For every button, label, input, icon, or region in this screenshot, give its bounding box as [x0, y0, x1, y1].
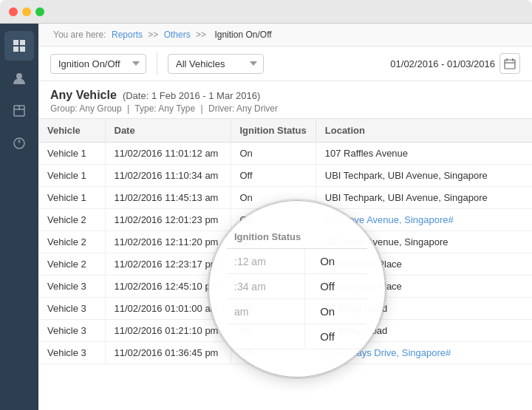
minimize-button[interactable]	[22, 7, 31, 16]
cell-date: 11/02/2016 11:45:13 am	[105, 187, 231, 209]
report-driver: Driver: Any Driver	[208, 103, 278, 114]
cell-date: 11/02/2016 12:11:20 pm	[105, 231, 231, 253]
report-type: Type: Any Type	[134, 103, 195, 114]
toolbar-divider	[157, 52, 157, 75]
col-header-date: Date	[105, 119, 231, 143]
sidebar-item-packages[interactable]	[4, 96, 34, 126]
cell-status: On	[231, 231, 316, 253]
table-body: Vehicle 111/02/2016 11:01:12 amOn107 Raf…	[38, 143, 532, 364]
dashboard-icon	[12, 38, 27, 53]
sidebar	[0, 24, 38, 410]
content-area: You are here: Reports >> Others >> Ignit…	[38, 24, 532, 410]
report-date-info: (Date: 1 Feb 2016 - 1 Mar 2016)	[120, 90, 260, 101]
report-type-select[interactable]: Ignition On/Off	[50, 54, 146, 74]
calendar-icon	[504, 58, 516, 69]
table-container: Vehicle Date Ignition Status Location Ve…	[38, 119, 532, 410]
vehicle-filter-select[interactable]: All Vehicles	[168, 54, 264, 74]
vehicle-name: Any Vehicle	[50, 89, 117, 101]
cell-location: 45 Wilby Road	[316, 298, 532, 320]
col-header-vehicle: Vehicle	[38, 119, 105, 143]
cell-location: 45 Wilby Road	[316, 320, 532, 342]
svg-rect-0	[13, 40, 18, 45]
cell-date: 11/02/2016 01:01:00 am	[105, 298, 231, 320]
report-subtitle: Group: Any Group | Type: Any Type | Driv…	[50, 103, 520, 114]
svg-rect-1	[20, 40, 25, 45]
report-header: Any Vehicle (Date: 1 Feb 2016 - 1 Mar 20…	[38, 81, 532, 119]
cell-vehicle: Vehicle 1	[38, 143, 105, 165]
cell-status: On	[231, 187, 316, 209]
cell-location: 107 Raffles Avenue	[316, 143, 532, 165]
cell-location[interactable]: 42 Grove Avenue, Singapore#	[316, 209, 532, 231]
table-row: Vehicle 111/02/2016 11:01:12 amOn107 Raf…	[38, 143, 532, 165]
cell-location[interactable]: 4 Fairways Drive, Singapore#	[316, 342, 532, 364]
cell-status: Off	[231, 298, 316, 320]
report-title: Any Vehicle (Date: 1 Feb 2016 - 1 Mar 20…	[50, 89, 520, 102]
table-row: Vehicle 111/02/2016 11:45:13 amOnUBI Tec…	[38, 187, 532, 209]
cell-location: 7 Greenleaf Place	[316, 276, 532, 298]
cell-date: 11/02/2016 01:21:10 pm	[105, 320, 231, 342]
cell-date: 11/02/2016 12:45:10 pm	[105, 276, 231, 298]
svg-rect-10	[505, 60, 515, 69]
app-body: You are here: Reports >> Others >> Ignit…	[0, 24, 532, 410]
cell-status: Off	[231, 165, 316, 187]
toolbar: Ignition On/Off All Vehicles 01/02/2016 …	[38, 47, 532, 81]
maximize-button[interactable]	[35, 7, 44, 16]
date-range-section: 01/02/2016 - 01/03/2016	[390, 53, 520, 74]
users-icon	[12, 71, 27, 86]
sidebar-item-navigation[interactable]	[4, 129, 34, 158]
table-row: Vehicle 211/02/2016 12:01:23 pmOff42 Gro…	[38, 209, 532, 231]
titlebar	[0, 0, 532, 24]
table-row: Vehicle 311/02/2016 01:01:00 amOff45 Wil…	[38, 298, 532, 320]
table-row: Vehicle 311/02/2016 01:21:10 pmOn45 Wilb…	[38, 320, 532, 342]
breadcrumb-others[interactable]: Others	[164, 30, 191, 40]
cell-vehicle: Vehicle 3	[38, 276, 105, 298]
cell-date: 11/02/2016 12:23:17 pm	[105, 253, 231, 276]
cell-date: 11/02/2016 12:01:23 pm	[105, 209, 231, 231]
table-header-row: Vehicle Date Ignition Status Location	[38, 119, 532, 143]
breadcrumb-sep2: >>	[196, 30, 206, 40]
breadcrumb-sep1: >>	[148, 30, 158, 40]
cell-location: UBI Techpark, UBI Avenue, Singapore	[316, 165, 532, 187]
location-link[interactable]: 42 Grove Avenue, Singapore#	[325, 214, 454, 225]
box-icon	[12, 103, 27, 118]
table-row: Vehicle 211/02/2016 12:11:20 pmOn42 Grov…	[38, 231, 532, 253]
cell-status: On	[231, 143, 316, 165]
cell-vehicle: Vehicle 1	[38, 187, 105, 209]
breadcrumb-reports[interactable]: Reports	[112, 30, 143, 40]
cell-status: On	[231, 276, 316, 298]
cell-location: UBI Techpark, UBI Avenue, Singapore	[316, 187, 532, 209]
table-row: Vehicle 311/02/2016 01:36:45 pmOff4 Fair…	[38, 342, 532, 364]
location-link[interactable]: 4 Fairways Drive, Singapore#	[325, 347, 451, 358]
report-group: Group: Any Group	[50, 103, 122, 114]
svg-marker-9	[18, 139, 21, 143]
data-table: Vehicle Date Ignition Status Location Ve…	[38, 119, 532, 364]
breadcrumb: You are here: Reports >> Others >> Ignit…	[38, 24, 532, 47]
cell-vehicle: Vehicle 2	[38, 209, 105, 231]
close-button[interactable]	[9, 7, 18, 16]
cell-location: 42 Grove Avenue, Singapore	[316, 231, 532, 253]
cell-vehicle: Vehicle 3	[38, 320, 105, 342]
col-header-status: Ignition Status	[231, 119, 316, 143]
cell-status: Off	[231, 209, 316, 231]
cell-status: On	[231, 320, 316, 342]
breadcrumb-prefix: You are here:	[53, 30, 106, 40]
svg-rect-3	[20, 47, 25, 52]
cell-date: 11/02/2016 11:01:12 am	[105, 143, 231, 165]
navigator-icon	[12, 136, 27, 151]
cell-vehicle: Vehicle 1	[38, 165, 105, 187]
table-row: Vehicle 311/02/2016 12:45:10 pmOn7 Green…	[38, 276, 532, 298]
table-row: Vehicle 111/02/2016 11:10:34 amOffUBI Te…	[38, 165, 532, 187]
cell-location: 7 Greenleaf Place	[316, 253, 532, 276]
cell-vehicle: Vehicle 3	[38, 342, 105, 364]
calendar-button[interactable]	[499, 53, 520, 74]
cell-status: Off	[231, 342, 316, 364]
date-range-text: 01/02/2016 - 01/03/2016	[390, 58, 495, 69]
cell-date: 11/02/2016 11:10:34 am	[105, 165, 231, 187]
sidebar-item-dashboard[interactable]	[4, 31, 34, 61]
cell-status: Off	[231, 253, 316, 276]
table-row: Vehicle 211/02/2016 12:23:17 pmOff7 Gree…	[38, 253, 532, 276]
svg-point-4	[16, 73, 22, 79]
breadcrumb-current: Ignition On/Off	[214, 30, 271, 40]
sidebar-item-users[interactable]	[4, 64, 34, 93]
cell-vehicle: Vehicle 2	[38, 231, 105, 253]
